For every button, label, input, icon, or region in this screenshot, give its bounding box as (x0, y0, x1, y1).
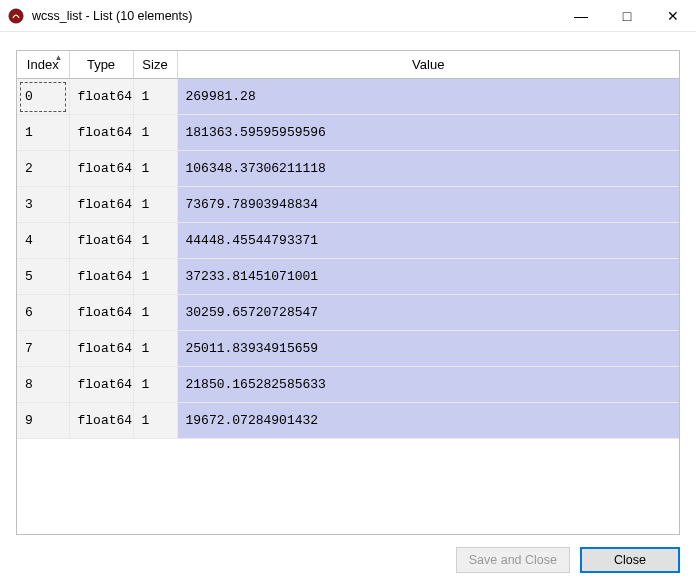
cell-index[interactable]: 8 (17, 367, 69, 403)
close-button[interactable]: Close (580, 547, 680, 573)
table-row[interactable]: 9float64119672.07284901432 (17, 403, 679, 439)
sort-asc-icon: ▲ (55, 53, 63, 62)
cell-type[interactable]: float64 (69, 223, 133, 259)
header-value[interactable]: Value (177, 51, 679, 79)
cell-size[interactable]: 1 (133, 115, 177, 151)
cell-size[interactable]: 1 (133, 367, 177, 403)
cell-value[interactable]: 44448.45544793371 (177, 223, 679, 259)
cell-size[interactable]: 1 (133, 223, 177, 259)
cell-index[interactable]: 5 (17, 259, 69, 295)
header-index[interactable]: Index ▲ (17, 51, 69, 79)
spyder-icon (8, 8, 24, 24)
titlebar: wcss_list - List (10 elements) — □ ✕ (0, 0, 696, 32)
save-and-close-button[interactable]: Save and Close (456, 547, 570, 573)
cell-type[interactable]: float64 (69, 295, 133, 331)
data-table: Index ▲ Type Size Value 0float641269981.… (17, 51, 679, 439)
cell-index[interactable]: 9 (17, 403, 69, 439)
cell-size[interactable]: 1 (133, 259, 177, 295)
header-value-label: Value (412, 57, 444, 72)
header-size-label: Size (142, 57, 167, 72)
minimize-button[interactable]: — (558, 0, 604, 31)
cell-size[interactable]: 1 (133, 331, 177, 367)
cell-size[interactable]: 1 (133, 295, 177, 331)
cell-type[interactable]: float64 (69, 367, 133, 403)
cell-value[interactable]: 181363.59595959596 (177, 115, 679, 151)
window-title: wcss_list - List (10 elements) (32, 9, 558, 23)
table-row[interactable]: 3float64173679.78903948834 (17, 187, 679, 223)
cell-value[interactable]: 21850.165282585633 (177, 367, 679, 403)
cell-type[interactable]: float64 (69, 403, 133, 439)
cell-value[interactable]: 25011.83934915659 (177, 331, 679, 367)
window-close-button[interactable]: ✕ (650, 0, 696, 31)
cell-value[interactable]: 19672.07284901432 (177, 403, 679, 439)
cell-type[interactable]: float64 (69, 187, 133, 223)
maximize-icon: □ (623, 8, 631, 24)
cell-value[interactable]: 73679.78903948834 (177, 187, 679, 223)
cell-size[interactable]: 1 (133, 187, 177, 223)
cell-value[interactable]: 37233.81451071001 (177, 259, 679, 295)
table-row[interactable]: 5float64137233.81451071001 (17, 259, 679, 295)
table-row[interactable]: 7float64125011.83934915659 (17, 331, 679, 367)
cell-index[interactable]: 4 (17, 223, 69, 259)
maximize-button[interactable]: □ (604, 0, 650, 31)
table-row[interactable]: 8float64121850.165282585633 (17, 367, 679, 403)
table-row[interactable]: 1float641181363.59595959596 (17, 115, 679, 151)
cell-size[interactable]: 1 (133, 79, 177, 115)
cell-value[interactable]: 269981.28 (177, 79, 679, 115)
window-controls: — □ ✕ (558, 0, 696, 31)
header-row: Index ▲ Type Size Value (17, 51, 679, 79)
cell-type[interactable]: float64 (69, 79, 133, 115)
close-icon: ✕ (667, 8, 679, 24)
cell-type[interactable]: float64 (69, 151, 133, 187)
cell-index[interactable]: 3 (17, 187, 69, 223)
cell-type[interactable]: float64 (69, 115, 133, 151)
table-row[interactable]: 2float641106348.37306211118 (17, 151, 679, 187)
table-row[interactable]: 0float641269981.28 (17, 79, 679, 115)
minimize-icon: — (574, 8, 588, 24)
cell-size[interactable]: 1 (133, 403, 177, 439)
button-row: Save and Close Close (16, 535, 680, 573)
header-size[interactable]: Size (133, 51, 177, 79)
header-type[interactable]: Type (69, 51, 133, 79)
cell-value[interactable]: 106348.37306211118 (177, 151, 679, 187)
cell-index[interactable]: 0 (17, 79, 69, 115)
cell-index[interactable]: 7 (17, 331, 69, 367)
cell-type[interactable]: float64 (69, 259, 133, 295)
cell-index[interactable]: 6 (17, 295, 69, 331)
cell-type[interactable]: float64 (69, 331, 133, 367)
cell-value[interactable]: 30259.65720728547 (177, 295, 679, 331)
cell-index[interactable]: 1 (17, 115, 69, 151)
data-grid[interactable]: Index ▲ Type Size Value 0float641269981.… (16, 50, 680, 535)
table-row[interactable]: 6float64130259.65720728547 (17, 295, 679, 331)
cell-size[interactable]: 1 (133, 151, 177, 187)
cell-index[interactable]: 2 (17, 151, 69, 187)
content-area: Index ▲ Type Size Value 0float641269981.… (0, 32, 696, 587)
table-row[interactable]: 4float64144448.45544793371 (17, 223, 679, 259)
table-body: 0float641269981.281float641181363.595959… (17, 79, 679, 439)
svg-point-0 (9, 9, 23, 23)
header-type-label: Type (87, 57, 115, 72)
